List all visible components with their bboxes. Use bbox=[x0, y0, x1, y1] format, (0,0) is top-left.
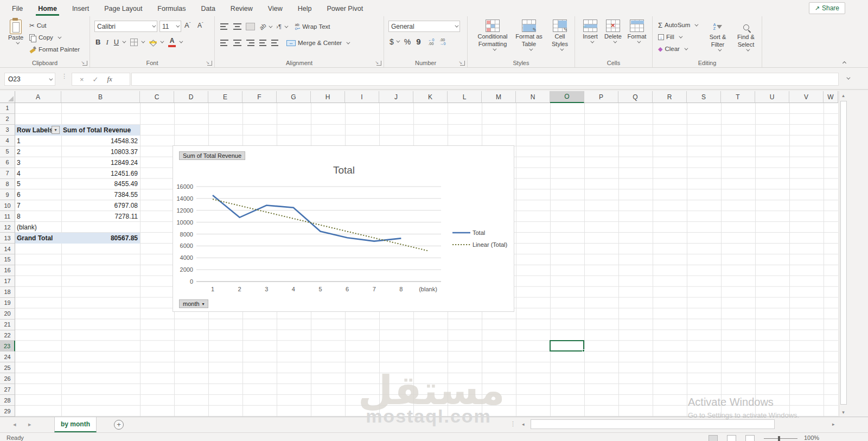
pivot-row-value[interactable]: 12849.24 bbox=[61, 157, 140, 168]
share-button[interactable]: ↗Share bbox=[809, 2, 845, 14]
grow-font-button[interactable]: Aˆ bbox=[184, 21, 190, 29]
column-header-O[interactable]: O bbox=[550, 91, 584, 103]
column-header-H[interactable]: H bbox=[311, 91, 345, 103]
column-header-P[interactable]: P bbox=[584, 91, 618, 103]
chart-value-field-button[interactable]: Sum of Total Revenue bbox=[179, 151, 245, 160]
column-header-L[interactable]: L bbox=[448, 91, 482, 103]
formula-input[interactable] bbox=[131, 73, 839, 86]
fill-handle[interactable] bbox=[582, 349, 585, 352]
series-linear-total-[interactable] bbox=[213, 199, 428, 251]
pivot-header-value[interactable]: Sum of Total Revenue bbox=[61, 125, 140, 136]
scroll-up-icon[interactable]: ▴ bbox=[839, 93, 847, 98]
cancel-icon[interactable]: × bbox=[80, 75, 84, 84]
pivot-row-value[interactable]: 8455.49 bbox=[61, 179, 140, 190]
row-header-9[interactable]: 9 bbox=[0, 189, 15, 200]
decrease-decimal-button[interactable]: .00→0 bbox=[440, 38, 446, 46]
font-name-combo[interactable]: Calibri bbox=[94, 21, 157, 32]
selected-cell[interactable] bbox=[550, 340, 584, 351]
row-header-8[interactable]: 8 bbox=[0, 179, 15, 190]
column-header-Q[interactable]: Q bbox=[618, 91, 653, 103]
pivot-row-value[interactable]: 14548.32 bbox=[61, 136, 140, 146]
row-header-22[interactable]: 22 bbox=[0, 330, 15, 341]
text-direction-icon[interactable]: ›¶ bbox=[276, 23, 282, 30]
borders-icon[interactable] bbox=[130, 39, 138, 46]
vertical-scrollbar[interactable]: ▴ ▾ bbox=[839, 91, 847, 417]
row-header-19[interactable]: 19 bbox=[0, 298, 15, 309]
pivot-row-label[interactable]: 8 bbox=[15, 211, 61, 222]
new-sheet-button[interactable]: + bbox=[114, 420, 124, 430]
shrink-font-button[interactable]: Aˇ bbox=[197, 21, 203, 29]
row-header-27[interactable]: 27 bbox=[0, 384, 15, 395]
row-header-18[interactable]: 18 bbox=[0, 287, 15, 298]
format-cells-button[interactable]: Format bbox=[625, 17, 649, 43]
percent-style-button[interactable]: % bbox=[404, 37, 411, 46]
font-color-button[interactable]: A bbox=[168, 37, 176, 47]
delete-cells-button[interactable]: × Delete bbox=[602, 17, 624, 43]
scroll-down-icon[interactable]: ▾ bbox=[839, 410, 847, 415]
row-header-24[interactable]: 24 bbox=[0, 351, 15, 362]
view-page-layout-button[interactable] bbox=[727, 435, 736, 441]
collapse-ribbon-icon[interactable] bbox=[843, 61, 846, 65]
hscroll-left-icon[interactable]: ◂ bbox=[522, 421, 525, 427]
column-header-V[interactable]: V bbox=[789, 91, 824, 103]
ribbon-tab-page-layout[interactable]: Page Layout bbox=[97, 1, 150, 16]
ribbon-tab-formulas[interactable]: Formulas bbox=[150, 1, 193, 16]
pivot-row-label[interactable]: 4 bbox=[15, 168, 61, 179]
autosum-button[interactable]: ΣAutoSum bbox=[658, 19, 697, 31]
row-header-6[interactable]: 6 bbox=[0, 157, 15, 168]
clear-button[interactable]: ◆Clear bbox=[658, 43, 697, 55]
bold-button[interactable]: B bbox=[95, 38, 100, 46]
column-header-N[interactable]: N bbox=[516, 91, 550, 103]
row-header-2[interactable]: 2 bbox=[0, 114, 15, 125]
sort-filter-button[interactable]: AZ Sort & Filter bbox=[705, 17, 731, 52]
zoom-slider[interactable] bbox=[764, 438, 797, 439]
row-header-15[interactable]: 15 bbox=[0, 254, 15, 265]
hscroll-right-icon[interactable]: ▸ bbox=[832, 421, 835, 427]
column-header-W[interactable]: W bbox=[824, 91, 838, 103]
pivot-grand-total-value[interactable]: 80567.85 bbox=[61, 233, 140, 244]
row-header-1[interactable]: 1 bbox=[0, 103, 15, 114]
font-size-combo[interactable]: 11 bbox=[159, 21, 181, 32]
column-header-I[interactable]: I bbox=[345, 91, 379, 103]
sheet-nav-prev-icon[interactable]: ◂ bbox=[13, 421, 16, 428]
sheet-nav-next-icon[interactable]: ▸ bbox=[28, 421, 31, 428]
underline-button[interactable]: U bbox=[114, 38, 119, 46]
tab-splitter-grip[interactable]: ⋮ bbox=[510, 420, 516, 427]
fill-color-button[interactable] bbox=[149, 41, 157, 43]
column-header-J[interactable]: J bbox=[379, 91, 413, 103]
column-header-T[interactable]: T bbox=[721, 91, 755, 103]
pivot-row-value[interactable]: 7278.11 bbox=[61, 211, 140, 222]
select-all-corner[interactable] bbox=[0, 91, 15, 103]
row-header-17[interactable]: 17 bbox=[0, 276, 15, 287]
pivot-row-label[interactable]: 2 bbox=[15, 146, 61, 157]
pivot-row-label[interactable]: 7 bbox=[15, 200, 61, 211]
row-header-16[interactable]: 16 bbox=[0, 265, 15, 276]
number-format-combo[interactable]: General bbox=[388, 21, 460, 32]
cell-styles-button[interactable]: ✎ Cell Styles bbox=[547, 17, 573, 51]
pivot-chart[interactable]: Sum of Total Revenue Total 0200040006000… bbox=[173, 145, 514, 312]
zoom-slider-thumb[interactable] bbox=[778, 436, 780, 441]
column-header-U[interactable]: U bbox=[755, 91, 789, 103]
row-header-4[interactable]: 4 bbox=[0, 136, 15, 146]
pivot-row-label[interactable]: 3 bbox=[15, 157, 61, 168]
pivot-row-label[interactable]: 6 bbox=[15, 189, 61, 200]
row-header-23[interactable]: 23 bbox=[0, 341, 15, 351]
increase-indent-icon[interactable] bbox=[271, 40, 278, 46]
pivot-row-value[interactable]: 6797.08 bbox=[61, 200, 140, 211]
pivot-row-value[interactable]: 10803.37 bbox=[61, 146, 140, 157]
insert-function-icon[interactable]: fx bbox=[107, 75, 112, 84]
column-header-M[interactable]: M bbox=[482, 91, 516, 103]
align-middle-icon[interactable] bbox=[233, 23, 241, 30]
column-header-S[interactable]: S bbox=[687, 91, 721, 103]
view-page-break-button[interactable] bbox=[745, 435, 755, 441]
number-dialog-launcher[interactable] bbox=[460, 61, 465, 66]
ribbon-tab-data[interactable]: Data bbox=[193, 1, 222, 16]
ribbon-tab-file[interactable]: File bbox=[4, 1, 30, 16]
zoom-level[interactable]: 100% bbox=[804, 434, 819, 441]
ribbon-tab-insert[interactable]: Insert bbox=[65, 1, 97, 16]
cut-button[interactable]: ✂Cut bbox=[29, 20, 80, 31]
orientation-icon[interactable]: ab bbox=[258, 22, 267, 31]
legend-label[interactable]: Total bbox=[473, 229, 485, 236]
row-header-26[interactable]: 26 bbox=[0, 373, 15, 384]
accounting-format-button[interactable]: $ bbox=[390, 37, 394, 46]
